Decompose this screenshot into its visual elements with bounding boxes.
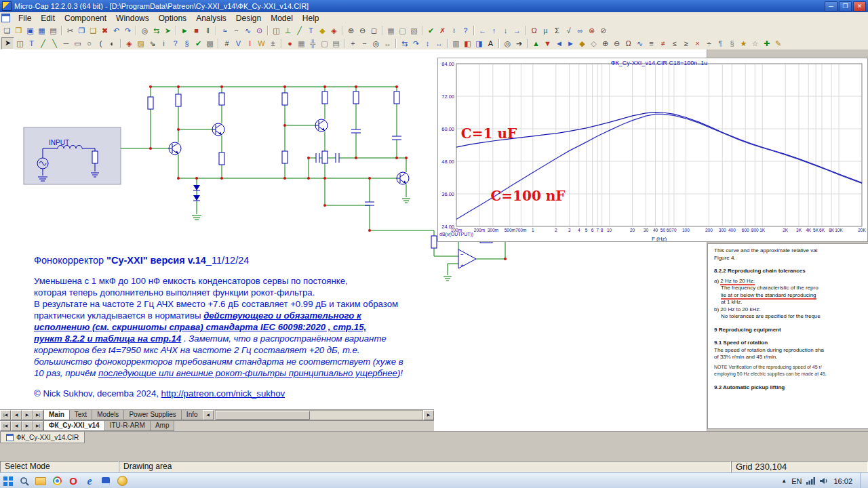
show-desktop-button[interactable] [860,473,864,488]
stop-icon[interactable]: ■ [191,25,202,36]
link-icon[interactable]: § [181,38,193,49]
title-toggle-icon[interactable]: ▤ [330,38,342,49]
menu-design[interactable]: Design [231,13,266,24]
help-icon[interactable]: ? [460,25,471,36]
open-file-icon[interactable]: ❒ [13,25,24,36]
text-mode-icon[interactable]: T [26,38,37,49]
menu-help[interactable]: Help [298,13,324,24]
title-block-icon[interactable]: ▧ [408,25,420,36]
maximize-button[interactable]: ❐ [839,1,852,12]
schematic-annotation-text[interactable]: Фонокорректор "Су-XXI" версия v.14_11/12… [34,254,461,399]
multiply-icon[interactable]: × [692,38,703,49]
goto-icon[interactable]: ➔ [513,38,525,49]
greater-equal-icon[interactable]: ≥ [680,38,692,49]
font-icon[interactable]: A [485,38,496,49]
slash-circle-icon[interactable]: ⊘ [597,25,609,36]
divide-icon[interactable]: ÷ [703,38,715,49]
left-triangle-icon[interactable]: ◄ [553,38,565,49]
less-equal-icon[interactable]: ≤ [669,38,680,49]
scrollbar-thumb[interactable] [216,411,310,420]
section-icon[interactable]: § [726,38,738,49]
up-triangle-icon[interactable]: ▲ [530,38,542,49]
picture-icon[interactable]: ▨ [135,38,146,49]
circuit-tab-Amp[interactable]: Amp [150,421,175,431]
repeat-icon[interactable]: ➤ [162,25,174,36]
menu-windows[interactable]: Windows [111,13,154,24]
color-fg-icon[interactable]: ◧ [462,38,473,49]
page-tab-Power Supplies[interactable]: Power Supplies [123,410,181,420]
find-icon[interactable]: ◎ [139,25,151,36]
find2-icon[interactable]: ◎ [502,38,513,49]
pan-icon[interactable]: ↔ [382,38,393,49]
print-icon[interactable]: ▤ [47,25,59,36]
node-voltages-icon[interactable]: V [233,38,244,49]
region-enable-icon[interactable]: ✔ [193,38,204,49]
fit-page-icon[interactable]: ◻ [368,25,380,36]
tray-expand-icon[interactable]: ▲ [781,478,787,484]
sqrt-icon[interactable]: √ [563,25,574,36]
minimize-button[interactable]: ─ [825,1,837,12]
pie-mode-icon[interactable]: ◐ [106,38,118,49]
grid-icon[interactable]: ▦ [385,25,397,36]
menu-analysis[interactable]: Analysis [191,13,231,24]
current-icon[interactable]: I [244,38,256,49]
menu-file[interactable]: File [14,13,36,24]
arrow-up-icon[interactable]: ↑ [488,25,500,36]
arrow-down-icon[interactable]: ↓ [500,25,511,36]
page-tab-Info[interactable]: Info [181,410,203,420]
cross-grid-icon[interactable]: ╬ [307,38,319,49]
analysis-plot[interactable]: 84.0072.0060.0048.0036.0024.00100m200m30… [438,58,867,241]
shrink-icon[interactable]: − [359,38,370,49]
undo-icon[interactable]: ↶ [111,25,122,36]
circuit-tab-ITU-R-ARM[interactable]: ITU-R-ARM [104,421,151,431]
package-icon[interactable]: ▩ [204,38,216,49]
arrow-left-icon[interactable]: ← [477,25,488,36]
circuit-nav-1[interactable]: ◀ [11,421,22,431]
arc-mode-icon[interactable]: ( [95,38,106,49]
start-button[interactable] [0,474,16,488]
star-icon[interactable]: ★ [738,38,749,49]
delete-icon[interactable]: ✖ [99,25,111,36]
page-tab-Main[interactable]: Main [43,410,70,420]
ac-analysis-icon[interactable]: ≈ [219,25,231,36]
redo-icon[interactable]: ↷ [122,25,134,36]
check-ok-icon[interactable]: ✔ [425,25,437,36]
file-tab[interactable]: ФК_Су-XXI_v14.CIR [0,432,85,443]
scale-mode-icon[interactable]: ⇘ [146,38,158,49]
minus-circle-icon[interactable]: ⊖ [611,38,623,49]
opera-icon[interactable] [65,474,81,488]
component-icon[interactable]: ◫ [271,25,282,36]
save-icon[interactable]: ▣ [24,25,36,36]
run-icon[interactable]: ► [179,25,191,36]
pause-icon[interactable]: ‖ [202,25,214,36]
wire-diag-icon[interactable]: ╲ [49,38,60,49]
info-mode-icon[interactable]: i [158,38,170,49]
page-nav-1[interactable]: ◀ [11,410,22,420]
save-app-icon[interactable] [98,474,114,488]
page-nav-0[interactable]: |◀ [0,410,11,420]
flip-x-icon[interactable]: ↔ [433,38,445,49]
circuit-nav-2[interactable]: ▶ [22,421,33,431]
expand-icon[interactable]: + [347,38,359,49]
menu-component[interactable]: Component [60,13,111,24]
transistor[interactable] [212,123,224,136]
save-all-icon[interactable]: ▦ [36,25,47,36]
flag-icon[interactable]: ◈ [328,25,340,36]
circuit-nav-3[interactable]: ▶| [33,421,43,431]
page-tab-Models[interactable]: Models [92,410,124,420]
diamond-icon[interactable]: ◆ [576,38,588,49]
input-source-box[interactable]: INPUT [24,127,121,184]
language-indicator[interactable]: EN [791,477,802,485]
border-toggle-icon[interactable]: ▢ [319,38,330,49]
menu-edit[interactable]: Edit [36,13,60,24]
diamond-outline-icon[interactable]: ◇ [588,38,599,49]
sine-icon[interactable]: ∿ [634,38,646,49]
border-icon[interactable]: ▢ [397,25,408,36]
flip-y-icon[interactable]: ↕ [422,38,433,49]
circuit-nav-0[interactable]: |◀ [0,421,11,431]
menu-model[interactable]: Model [266,13,298,24]
equiv-icon[interactable]: ≡ [646,38,657,49]
select-mode-icon[interactable]: ➤ [1,37,14,49]
copy-icon[interactable]: ❐ [76,25,87,36]
clock[interactable]: 16:02 [833,477,852,485]
